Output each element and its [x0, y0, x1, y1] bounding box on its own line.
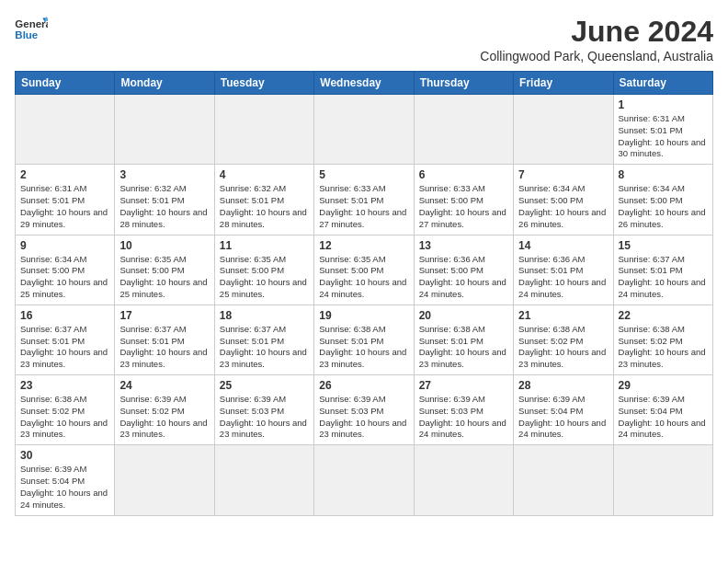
day-number: 18: [220, 309, 309, 322]
generalblue-logo-icon: General Blue: [15, 15, 48, 42]
col-thursday: Thursday: [414, 72, 513, 95]
day-info: Sunrise: 6:37 AM Sunset: 5:01 PM Dayligh…: [20, 324, 109, 371]
day-number: 29: [619, 379, 708, 392]
day-info: Sunrise: 6:34 AM Sunset: 5:00 PM Dayligh…: [619, 183, 708, 230]
day-info: Sunrise: 6:38 AM Sunset: 5:02 PM Dayligh…: [518, 324, 608, 371]
table-row: [514, 445, 613, 515]
title-block: June 2024 Collingwood Park, Queensland, …: [480, 15, 713, 63]
table-row: 27Sunrise: 6:39 AM Sunset: 5:03 PM Dayli…: [414, 375, 513, 445]
day-info: Sunrise: 6:39 AM Sunset: 5:03 PM Dayligh…: [419, 394, 508, 441]
col-saturday: Saturday: [613, 72, 712, 95]
svg-text:Blue: Blue: [15, 29, 38, 40]
calendar-subtitle: Collingwood Park, Queensland, Australia: [480, 49, 713, 63]
table-row: 14Sunrise: 6:36 AM Sunset: 5:01 PM Dayli…: [514, 235, 613, 304]
table-row: 1Sunrise: 6:31 AM Sunset: 5:01 PM Daylig…: [613, 95, 712, 165]
table-row: [214, 95, 313, 165]
col-wednesday: Wednesday: [314, 72, 414, 95]
day-number: 13: [419, 239, 508, 252]
table-row: 13Sunrise: 6:36 AM Sunset: 5:00 PM Dayli…: [414, 235, 513, 304]
day-info: Sunrise: 6:31 AM Sunset: 5:01 PM Dayligh…: [619, 113, 708, 160]
day-info: Sunrise: 6:38 AM Sunset: 5:01 PM Dayligh…: [419, 324, 508, 371]
day-number: 11: [220, 239, 309, 252]
table-row: [214, 445, 313, 515]
table-row: 16Sunrise: 6:37 AM Sunset: 5:01 PM Dayli…: [16, 304, 115, 374]
day-number: 28: [518, 379, 608, 392]
day-number: 3: [119, 168, 209, 181]
calendar-header-row: Sunday Monday Tuesday Wednesday Thursday…: [16, 72, 713, 95]
day-info: Sunrise: 6:35 AM Sunset: 5:00 PM Dayligh…: [119, 254, 209, 301]
day-info: Sunrise: 6:37 AM Sunset: 5:01 PM Dayligh…: [220, 324, 309, 371]
table-row: 9Sunrise: 6:34 AM Sunset: 5:00 PM Daylig…: [16, 235, 115, 304]
day-info: Sunrise: 6:35 AM Sunset: 5:00 PM Dayligh…: [319, 254, 408, 301]
table-row: [314, 95, 414, 165]
day-number: 16: [20, 309, 109, 322]
table-row: 20Sunrise: 6:38 AM Sunset: 5:01 PM Dayli…: [414, 304, 513, 374]
day-number: 6: [419, 168, 508, 181]
svg-text:General: General: [15, 18, 48, 29]
day-info: Sunrise: 6:32 AM Sunset: 5:01 PM Dayligh…: [119, 183, 209, 230]
day-number: 15: [619, 239, 708, 252]
table-row: 22Sunrise: 6:38 AM Sunset: 5:02 PM Dayli…: [613, 304, 712, 374]
day-number: 17: [119, 309, 209, 322]
table-row: 23Sunrise: 6:38 AM Sunset: 5:02 PM Dayli…: [16, 375, 115, 445]
day-info: Sunrise: 6:34 AM Sunset: 5:00 PM Dayligh…: [518, 183, 608, 230]
day-number: 20: [419, 309, 508, 322]
day-number: 25: [220, 379, 309, 392]
day-info: Sunrise: 6:39 AM Sunset: 5:04 PM Dayligh…: [20, 464, 109, 511]
day-number: 21: [518, 309, 608, 322]
table-row: [414, 445, 513, 515]
table-row: 10Sunrise: 6:35 AM Sunset: 5:00 PM Dayli…: [115, 235, 214, 304]
table-row: 30Sunrise: 6:39 AM Sunset: 5:04 PM Dayli…: [16, 445, 115, 515]
table-row: 24Sunrise: 6:39 AM Sunset: 5:02 PM Dayli…: [115, 375, 214, 445]
day-number: 9: [20, 239, 109, 252]
table-row: [314, 445, 414, 515]
table-row: 25Sunrise: 6:39 AM Sunset: 5:03 PM Dayli…: [214, 375, 313, 445]
day-info: Sunrise: 6:33 AM Sunset: 5:00 PM Dayligh…: [419, 183, 508, 230]
table-row: 2Sunrise: 6:31 AM Sunset: 5:01 PM Daylig…: [16, 165, 115, 235]
day-number: 4: [220, 168, 309, 181]
day-number: 7: [518, 168, 608, 181]
table-row: 21Sunrise: 6:38 AM Sunset: 5:02 PM Dayli…: [514, 304, 613, 374]
day-number: 27: [419, 379, 508, 392]
table-row: 6Sunrise: 6:33 AM Sunset: 5:00 PM Daylig…: [414, 165, 513, 235]
logo: General Blue: [15, 15, 48, 42]
page-header: General Blue June 2024 Collingwood Park,…: [15, 15, 713, 63]
day-info: Sunrise: 6:38 AM Sunset: 5:02 PM Dayligh…: [20, 394, 109, 441]
col-monday: Monday: [115, 72, 214, 95]
table-row: [16, 95, 115, 165]
day-info: Sunrise: 6:39 AM Sunset: 5:04 PM Dayligh…: [518, 394, 608, 441]
day-info: Sunrise: 6:39 AM Sunset: 5:03 PM Dayligh…: [220, 394, 309, 441]
day-number: 5: [319, 168, 408, 181]
table-row: 8Sunrise: 6:34 AM Sunset: 5:00 PM Daylig…: [613, 165, 712, 235]
day-info: Sunrise: 6:37 AM Sunset: 5:01 PM Dayligh…: [119, 324, 209, 371]
col-tuesday: Tuesday: [214, 72, 313, 95]
day-info: Sunrise: 6:34 AM Sunset: 5:00 PM Dayligh…: [20, 254, 109, 301]
day-info: Sunrise: 6:39 AM Sunset: 5:02 PM Dayligh…: [119, 394, 209, 441]
day-info: Sunrise: 6:39 AM Sunset: 5:04 PM Dayligh…: [619, 394, 708, 441]
day-number: 1: [619, 98, 708, 111]
table-row: 26Sunrise: 6:39 AM Sunset: 5:03 PM Dayli…: [314, 375, 414, 445]
table-row: 4Sunrise: 6:32 AM Sunset: 5:01 PM Daylig…: [214, 165, 313, 235]
day-info: Sunrise: 6:35 AM Sunset: 5:00 PM Dayligh…: [220, 254, 309, 301]
table-row: [414, 95, 513, 165]
table-row: 7Sunrise: 6:34 AM Sunset: 5:00 PM Daylig…: [514, 165, 613, 235]
day-number: 26: [319, 379, 408, 392]
table-row: [514, 95, 613, 165]
day-info: Sunrise: 6:32 AM Sunset: 5:01 PM Dayligh…: [220, 183, 309, 230]
day-info: Sunrise: 6:39 AM Sunset: 5:03 PM Dayligh…: [319, 394, 408, 441]
day-number: 12: [319, 239, 408, 252]
calendar-table: Sunday Monday Tuesday Wednesday Thursday…: [15, 71, 713, 516]
day-number: 14: [518, 239, 608, 252]
table-row: 12Sunrise: 6:35 AM Sunset: 5:00 PM Dayli…: [314, 235, 414, 304]
day-info: Sunrise: 6:38 AM Sunset: 5:01 PM Dayligh…: [319, 324, 408, 371]
day-number: 22: [619, 309, 708, 322]
day-info: Sunrise: 6:36 AM Sunset: 5:01 PM Dayligh…: [518, 254, 608, 301]
day-number: 23: [20, 379, 109, 392]
day-info: Sunrise: 6:31 AM Sunset: 5:01 PM Dayligh…: [20, 183, 109, 230]
day-info: Sunrise: 6:37 AM Sunset: 5:01 PM Dayligh…: [619, 254, 708, 301]
table-row: 3Sunrise: 6:32 AM Sunset: 5:01 PM Daylig…: [115, 165, 214, 235]
day-info: Sunrise: 6:36 AM Sunset: 5:00 PM Dayligh…: [419, 254, 508, 301]
table-row: 15Sunrise: 6:37 AM Sunset: 5:01 PM Dayli…: [613, 235, 712, 304]
table-row: 17Sunrise: 6:37 AM Sunset: 5:01 PM Dayli…: [115, 304, 214, 374]
day-number: 19: [319, 309, 408, 322]
